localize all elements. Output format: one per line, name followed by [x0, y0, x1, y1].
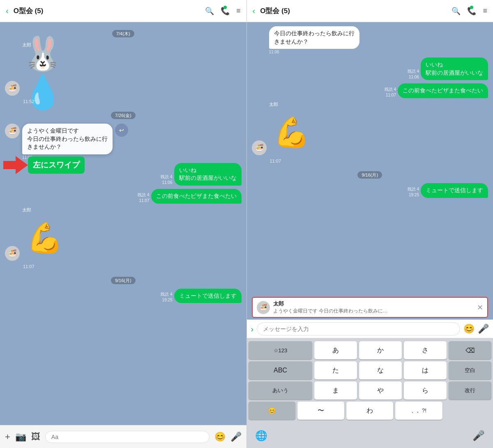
date-label: 7/4(木): [112, 30, 134, 37]
menu-icon-right[interactable]: ≡: [483, 7, 487, 15]
message-input-left[interactable]: [45, 431, 210, 443]
time-r1: 11:06: [409, 75, 419, 79]
kb-key-emoji[interactable]: 😊: [249, 402, 295, 420]
kb-key-na[interactable]: な: [359, 361, 402, 379]
kb-row-1: ☆123 あ か さ ⌫: [249, 341, 492, 359]
image-button[interactable]: 🖼: [31, 432, 40, 442]
time-label-3: 19:25: [162, 298, 172, 302]
search-icon[interactable]: 🔍: [205, 7, 214, 16]
kb-key-abc[interactable]: ABC: [249, 361, 313, 379]
date-label-2: 7/26(金): [111, 112, 136, 119]
muscle-sticker: 💪: [22, 216, 67, 261]
muscle-time-r: 11:07: [270, 159, 488, 163]
bubble-meta-3: 既読 4 19:25: [161, 292, 172, 303]
read-r2: 既読 4: [385, 87, 396, 92]
kb-key-wa[interactable]: わ: [346, 402, 393, 420]
rq-sender-name: 太郎: [273, 300, 474, 308]
reply-indicator: ↩: [115, 124, 128, 137]
header-icons: 🔍 📞 ≡: [205, 7, 241, 16]
kb-key-123[interactable]: ☆123: [249, 341, 313, 359]
left-header: ‹ O型会 (5) 🔍 📞 ≡: [0, 0, 246, 22]
kb-key-ka[interactable]: か: [359, 341, 402, 359]
mic-button-left[interactable]: 🎤: [230, 432, 242, 442]
kb-key-punct[interactable]: 、。?!: [395, 402, 442, 420]
date-badge-r: 9/16(月): [252, 171, 488, 178]
chat-title: O型会 (5): [14, 6, 202, 16]
menu-icon[interactable]: ≡: [236, 7, 241, 15]
search-icon-right[interactable]: 🔍: [452, 7, 461, 16]
sender-name-r: 太郎: [269, 101, 488, 108]
read-r3: 既読 4: [408, 186, 419, 192]
emoji-button-left[interactable]: 😊: [214, 432, 226, 442]
right-header-icons: 🔍 📞 ≡: [452, 7, 487, 16]
bubble-meta-2: 既読 4 11:07: [138, 192, 149, 204]
kb-key-a[interactable]: あ: [314, 341, 357, 359]
right-header: ‹ O型会 (5) 🔍 📞 ≡: [247, 0, 493, 22]
kb-key-ra[interactable]: ら: [404, 381, 447, 400]
back-button[interactable]: ‹: [6, 6, 9, 16]
date-label-3: 9/16(月): [111, 277, 136, 284]
taro-avatar-3: 🍜: [5, 246, 20, 261]
bubble-meta-1: 既読 4 11:06: [161, 174, 172, 186]
swipe-label: 左にスワイプ: [28, 156, 85, 174]
rq-content: 太郎 ようやく金曜日です 今日の仕事終わったら飲みに行き…: [273, 300, 474, 315]
muted-send-row: 既読 4 19:25 ミュートで送信します: [5, 289, 242, 303]
mic-button-right[interactable]: 🎤: [478, 324, 489, 334]
kb-key-empty: [445, 402, 491, 420]
camera-button[interactable]: 📷: [15, 432, 26, 442]
read-r1: 既読 4: [408, 69, 419, 74]
sender-name-taro-2: 太郎: [22, 207, 242, 213]
kb-key-wave[interactable]: 〜: [297, 402, 344, 420]
reply-quote-bar: 🍜 太郎 ようやく金曜日です 今日の仕事終わったら飲みに行き… ✕: [252, 297, 488, 318]
bubble-right-2: この前食べたピザまた食べたい: [151, 189, 242, 204]
time-r2: 11:07: [386, 93, 396, 97]
rq-close-button[interactable]: ✕: [477, 303, 483, 312]
time-r3: 19:25: [409, 193, 419, 197]
globe-icon[interactable]: 🌐: [255, 430, 267, 441]
bubble-swipe-target[interactable]: ようやく金曜日です今日の仕事終わったら飲みに行きませんか？: [22, 124, 113, 154]
taro-avatar: 🍜: [5, 81, 20, 96]
back-button-right[interactable]: ‹: [253, 6, 256, 16]
online-indicator-right: [470, 6, 473, 9]
swipe-arrow-icon: [3, 156, 28, 174]
muscle-sticker-r: 💪: [269, 110, 314, 155]
kb-key-sa[interactable]: さ: [404, 341, 447, 359]
left-chat-area: 7/4(木) 太郎 🍜 🐰💧 11:52 7/26(金) 🍜 ようやく金曜日です…: [0, 22, 246, 425]
sticker-row: 🍜 🐰💧: [5, 51, 242, 96]
bubble-top-partial: 今日の仕事終わったら飲みに行きませんか？: [269, 26, 359, 49]
kb-key-delete[interactable]: ⌫: [449, 341, 491, 359]
kb-key-space[interactable]: 空白: [449, 361, 491, 379]
muscle-time: 11:07: [23, 264, 242, 269]
taro-avatar-r: 🍜: [252, 140, 267, 155]
left-phone-panel: ‹ O型会 (5) 🔍 📞 ≡ 7/4(木) 太郎 🍜 🐰💧 11:52 7/2…: [0, 0, 246, 448]
kb-key-ta[interactable]: た: [314, 361, 357, 379]
kb-key-aiu[interactable]: あいう: [249, 381, 313, 400]
plus-button[interactable]: +: [5, 432, 10, 442]
chevron-button[interactable]: ›: [251, 324, 254, 334]
kb-row-4: 😊 〜 わ 、。?!: [249, 402, 492, 420]
time-label-2: 11:07: [139, 198, 149, 203]
keyboard: ☆123 あ か さ ⌫ ABC た な は 空白 あいう ま や ら 改行 😊…: [247, 338, 493, 427]
time-top: 11:06: [269, 50, 359, 54]
bubble-rr2: この前食べたピザまた食べたい: [398, 83, 488, 98]
kb-key-ya[interactable]: や: [359, 381, 402, 400]
sticker-time: 11:52: [23, 99, 242, 104]
svg-marker-0: [3, 156, 28, 174]
left-bubble-top-row: 今日の仕事終わったら飲みに行きませんか？ 11:06: [252, 26, 488, 54]
kb-key-ha[interactable]: は: [404, 361, 447, 379]
date-badge-2: 7/26(金): [5, 111, 242, 119]
mic-keyboard-button[interactable]: 🎤: [472, 430, 485, 441]
right-chat-area: 今日の仕事終わったら飲みに行きませんか？ 11:06 既読 4 11:06 いい…: [247, 22, 493, 295]
muscle-sticker-row-r: 🍜 💪: [252, 110, 488, 155]
bubble-right-1: いいね駅前の居酒屋がいいな: [174, 163, 242, 186]
emoji-button-right[interactable]: 😊: [463, 324, 475, 334]
message-input-right[interactable]: [257, 322, 460, 335]
left-bottom-bar: + 📷 🖼 😊 🎤: [0, 425, 246, 448]
read-label-3: 既読 4: [161, 292, 172, 297]
read-label-1: 既読 4: [161, 174, 172, 180]
read-label-2: 既読 4: [138, 192, 149, 198]
kb-row-3: あいう ま や ら 改行: [249, 381, 492, 400]
rabbit-sticker: 🐰💧: [22, 51, 67, 96]
kb-key-enter[interactable]: 改行: [449, 381, 491, 400]
kb-key-ma[interactable]: ま: [314, 381, 357, 400]
